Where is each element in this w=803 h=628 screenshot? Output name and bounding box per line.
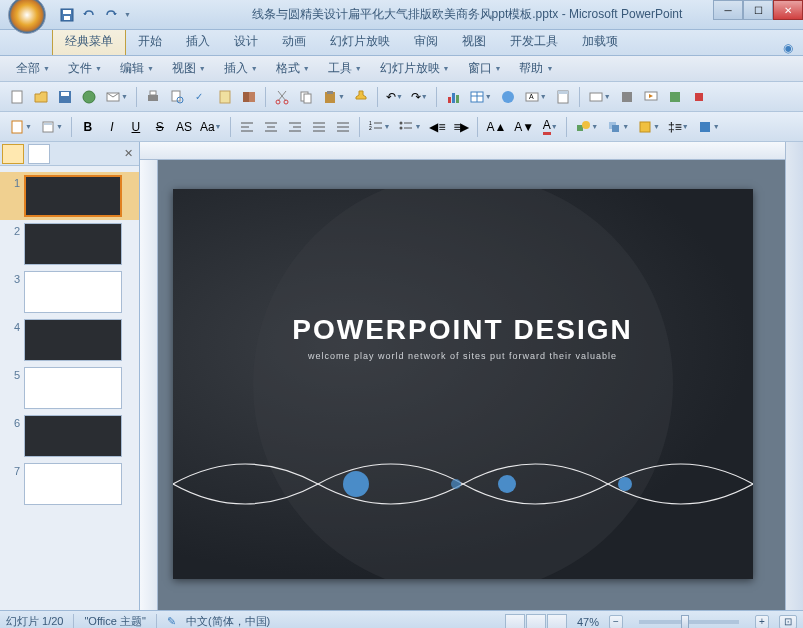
maximize-button[interactable]: ☐ [743, 0, 773, 20]
normal-view-button[interactable] [505, 614, 525, 629]
color-button[interactable] [616, 86, 638, 108]
sorter-view-button[interactable] [526, 614, 546, 629]
slides-tab[interactable] [2, 144, 24, 164]
spelling-button[interactable]: ✓ [190, 86, 212, 108]
bullets-button[interactable]: ▼ [395, 116, 424, 138]
macros-button[interactable] [664, 86, 686, 108]
language-indicator[interactable]: 中文(简体，中国) [186, 614, 270, 628]
slide-canvas[interactable]: POWERPOINT DESIGN welcome play world net… [173, 189, 753, 579]
tab-design[interactable]: 设计 [222, 28, 270, 55]
distributed-button[interactable] [332, 116, 354, 138]
undo-button[interactable] [80, 6, 98, 24]
redo-button[interactable] [102, 6, 120, 24]
minimize-button[interactable]: ─ [713, 0, 743, 20]
decrease-indent-button[interactable]: ◀≡ [426, 116, 448, 138]
underline-button[interactable]: U [125, 116, 147, 138]
save-button[interactable] [58, 6, 76, 24]
change-case-button[interactable]: Aa▼ [197, 116, 225, 138]
undo-button[interactable]: ↶▼ [383, 86, 406, 108]
slide-thumb[interactable]: 6 [0, 412, 139, 460]
new-button[interactable] [6, 86, 28, 108]
slide-thumb[interactable]: 2 [0, 220, 139, 268]
office-button[interactable] [8, 0, 46, 34]
print-button[interactable] [142, 86, 164, 108]
shadow-button[interactable]: AS [173, 116, 195, 138]
slide-thumb[interactable]: 3 [0, 268, 139, 316]
shapes-button[interactable]: ▼ [572, 116, 601, 138]
slide-thumb[interactable]: 5 [0, 364, 139, 412]
menu-insert[interactable]: 插入▼ [216, 57, 266, 80]
zoom-button[interactable]: ▼ [585, 86, 614, 108]
line-spacing-button[interactable]: ‡≡▼ [665, 116, 692, 138]
slide-thumb[interactable]: 1 [0, 172, 139, 220]
open-button[interactable] [30, 86, 52, 108]
qat-customize-icon[interactable]: ▼ [124, 11, 131, 18]
tab-review[interactable]: 审阅 [402, 28, 450, 55]
cut-button[interactable] [271, 86, 293, 108]
tab-addins[interactable]: 加载项 [570, 28, 630, 55]
copy-button[interactable] [295, 86, 317, 108]
zoom-level[interactable]: 47% [577, 616, 599, 628]
menu-tools[interactable]: 工具▼ [320, 57, 370, 80]
paste-button[interactable]: ▼ [319, 86, 348, 108]
email-button[interactable]: ▼ [102, 86, 131, 108]
thumbnail-list[interactable]: 1 2 3 4 5 6 7 [0, 166, 139, 610]
tab-classic-menu[interactable]: 经典菜单 [52, 27, 126, 55]
outline-tab[interactable] [28, 144, 50, 164]
arrange-button[interactable]: ▼ [603, 116, 632, 138]
options-button[interactable] [688, 86, 710, 108]
align-left-button[interactable] [236, 116, 258, 138]
menu-format[interactable]: 格式▼ [268, 57, 318, 80]
close-panel-icon[interactable]: ✕ [124, 147, 133, 160]
layout-button[interactable]: ▼ [37, 116, 66, 138]
slide-subtitle-text[interactable]: welcome play world network of sites put … [173, 351, 753, 361]
menu-all[interactable]: 全部▼ [8, 57, 58, 80]
slide-editor[interactable]: POWERPOINT DESIGN welcome play world net… [140, 142, 785, 610]
hyperlink-button[interactable] [497, 86, 519, 108]
zoom-slider[interactable] [639, 620, 739, 624]
print-preview-button[interactable] [166, 86, 188, 108]
tab-insert[interactable]: 插入 [174, 28, 222, 55]
permission-button[interactable] [78, 86, 100, 108]
tab-home[interactable]: 开始 [126, 28, 174, 55]
format-painter-button[interactable] [350, 86, 372, 108]
bold-button[interactable]: B [77, 116, 99, 138]
menu-edit[interactable]: 编辑▼ [112, 57, 162, 80]
menu-help[interactable]: 帮助▼ [511, 57, 561, 80]
redo-button[interactable]: ↷▼ [408, 86, 431, 108]
close-button[interactable]: ✕ [773, 0, 803, 20]
tab-slideshow[interactable]: 幻灯片放映 [318, 28, 402, 55]
slide-title-text[interactable]: POWERPOINT DESIGN [173, 314, 753, 346]
text-box-button[interactable]: A▼ [521, 86, 550, 108]
font-color-button[interactable]: A▼ [539, 116, 561, 138]
justify-button[interactable] [308, 116, 330, 138]
increase-indent-button[interactable]: ≡▶ [450, 116, 472, 138]
slideshow-view-button[interactable] [547, 614, 567, 629]
decrease-font-button[interactable]: A▼ [511, 116, 537, 138]
menu-view[interactable]: 视图▼ [164, 57, 214, 80]
align-center-button[interactable] [260, 116, 282, 138]
align-right-button[interactable] [284, 116, 306, 138]
quick-styles-button[interactable]: ▼ [634, 116, 663, 138]
numbering-button[interactable]: 12▼ [365, 116, 394, 138]
spell-check-icon[interactable]: ✎ [167, 615, 176, 628]
menu-file[interactable]: 文件▼ [60, 57, 110, 80]
menu-window[interactable]: 窗口▼ [460, 57, 510, 80]
slide-thumb[interactable]: 7 [0, 460, 139, 508]
vertical-scrollbar[interactable] [785, 142, 803, 610]
chart-button[interactable] [442, 86, 464, 108]
help-icon[interactable]: ◉ [783, 41, 793, 55]
tab-animations[interactable]: 动画 [270, 28, 318, 55]
fit-window-button[interactable]: ⊡ [779, 615, 797, 629]
zoom-in-button[interactable]: + [755, 615, 769, 629]
slide-thumb[interactable]: 4 [0, 316, 139, 364]
italic-button[interactable]: I [101, 116, 123, 138]
zoom-slider-thumb[interactable] [681, 615, 689, 629]
save-button[interactable] [54, 86, 76, 108]
text-direction-button[interactable]: ▼ [694, 116, 723, 138]
tab-view[interactable]: 视图 [450, 28, 498, 55]
menu-slideshow[interactable]: 幻灯片放映▼ [372, 57, 458, 80]
zoom-out-button[interactable]: − [609, 615, 623, 629]
header-footer-button[interactable] [552, 86, 574, 108]
tab-developer[interactable]: 开发工具 [498, 28, 570, 55]
